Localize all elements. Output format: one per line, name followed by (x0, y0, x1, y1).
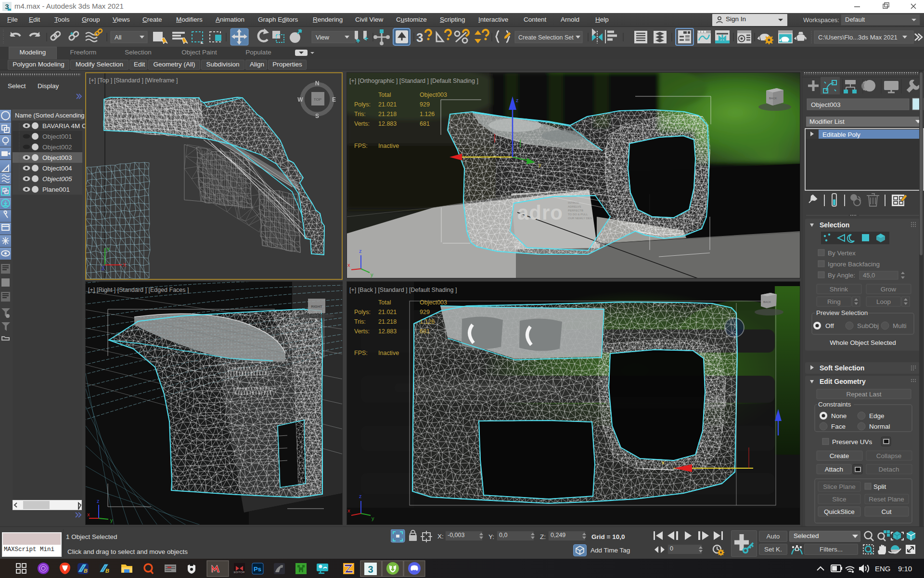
svg-text:Normal: Normal (869, 423, 890, 430)
svg-text:Ring: Ring (827, 298, 841, 305)
svg-text:Object005: Object005 (42, 175, 72, 183)
svg-text:Face: Face (831, 423, 846, 430)
svg-text:Modifier List: Modifier List (809, 118, 845, 125)
svg-text:Slice Plane: Slice Plane (823, 483, 856, 490)
svg-text:C:\Users\Flo...3ds Max 2021: C:\Users\Flo...3ds Max 2021 (818, 34, 898, 41)
svg-text:BAVARIA 4M C: BAVARIA 4M C (42, 122, 85, 130)
svg-text:3: 3 (416, 30, 423, 45)
svg-text:Object004: Object004 (42, 165, 72, 172)
svg-text:Preserve UVs: Preserve UVs (832, 438, 873, 446)
svg-text:Object003: Object003 (811, 101, 841, 108)
svg-text:Multi: Multi (893, 322, 907, 329)
svg-text:Editable Poly: Editable Poly (822, 131, 860, 138)
svg-text:45,0: 45,0 (863, 272, 875, 279)
svg-text:Ignore Backfacing: Ignore Backfacing (828, 261, 880, 268)
svg-text:Grow: Grow (881, 286, 897, 293)
svg-text:Reset Plane: Reset Plane (869, 496, 904, 503)
svg-text:Attach: Attach (825, 466, 843, 473)
svg-text:Split: Split (873, 483, 886, 490)
svg-text:Detach: Detach (879, 466, 899, 473)
svg-text:Cut: Cut (881, 508, 891, 515)
svg-text:Edge: Edge (869, 412, 885, 420)
svg-text:Shrink: Shrink (830, 286, 848, 293)
svg-text:B: B (84, 568, 88, 574)
svg-text:EDITOR: EDITOR (234, 571, 245, 574)
svg-text:Off: Off (825, 322, 834, 329)
svg-text:Edit Geometry: Edit Geometry (820, 378, 866, 385)
svg-text:All: All (115, 34, 122, 41)
svg-text:9:10: 9:10 (898, 565, 912, 573)
svg-text:Create: Create (830, 452, 849, 460)
svg-text:Soft Selection: Soft Selection (820, 364, 864, 372)
svg-text:Plane001: Plane001 (42, 186, 70, 193)
svg-text:X:: X: (437, 533, 444, 540)
svg-text:B: B (105, 568, 109, 574)
svg-text:QuickSlice: QuickSlice (824, 508, 855, 515)
svg-text:Whole Object Selected: Whole Object Selected (830, 339, 896, 346)
svg-text:3: 3 (368, 564, 373, 575)
svg-text:By Vertex: By Vertex (828, 250, 856, 257)
svg-text:Object002: Object002 (42, 144, 72, 151)
svg-text:Collapse: Collapse (876, 452, 902, 460)
svg-text:Ps: Ps (254, 565, 261, 573)
svg-text:Loop: Loop (876, 298, 891, 305)
svg-text:Selection: Selection (820, 221, 849, 229)
svg-text:Constraints: Constraints (818, 401, 851, 408)
svg-text:Preview Selection: Preview Selection (816, 309, 868, 316)
svg-text:Display: Display (38, 82, 59, 90)
svg-text:ENG: ENG (875, 565, 891, 573)
svg-text:None: None (831, 412, 847, 420)
svg-text:SubObj: SubObj (857, 322, 879, 329)
svg-text:Create Selection Set: Create Selection Set (518, 34, 574, 41)
svg-text:Slice: Slice (832, 496, 846, 503)
svg-text:Object003: Object003 (42, 154, 72, 161)
svg-text:By Angle:: By Angle: (828, 272, 855, 279)
svg-text:Repeat Last: Repeat Last (847, 391, 882, 398)
svg-text:View: View (316, 34, 330, 41)
svg-text:Object001: Object001 (42, 133, 72, 140)
svg-text:Select: Select (8, 82, 26, 90)
